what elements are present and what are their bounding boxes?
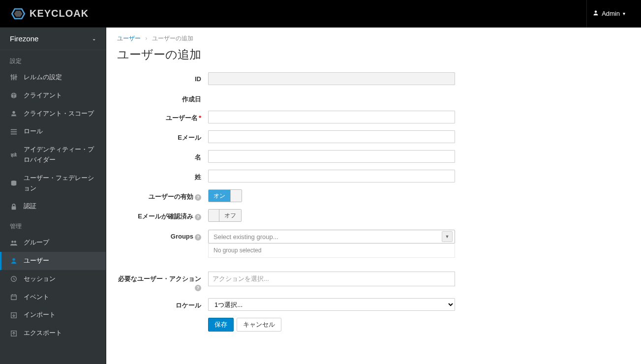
svg-rect-12: [11, 129, 17, 130]
realm-selector[interactable]: Firezone ⌄: [0, 28, 106, 50]
svg-rect-6: [10, 76, 13, 77]
users-icon: [10, 240, 18, 246]
input-required-actions[interactable]: アクションを選択...: [208, 272, 455, 286]
input-id: [208, 72, 455, 85]
label-user-enabled: ユーザーの有効?: [117, 189, 208, 201]
sidebar-item-authentication[interactable]: 認証: [0, 197, 106, 215]
label-username: ユーザー名*: [117, 111, 208, 122]
svg-rect-11: [11, 116, 17, 116]
user-icon: [10, 257, 18, 264]
sidebar: Firezone ⌄ 設定 レルムの設定 クライアント クライアント・スコープ …: [0, 28, 106, 364]
svg-point-17: [11, 241, 13, 243]
import-icon: [10, 312, 18, 319]
svg-rect-21: [11, 295, 17, 300]
label-last-name: 姓: [117, 170, 208, 182]
brand-text: KEYCLOAK: [30, 8, 89, 19]
sidebar-item-client-scopes[interactable]: クライアント・スコープ: [0, 105, 106, 123]
label-first-name: 名: [117, 150, 208, 162]
label-groups: Groups?: [117, 230, 208, 241]
svg-rect-7: [12, 78, 15, 79]
database-icon: [10, 180, 18, 187]
breadcrumb-current: ユーザーの追加: [152, 35, 193, 42]
lock-icon: [10, 203, 18, 210]
user-menu[interactable]: Admin ▾: [586, 0, 631, 28]
svg-rect-13: [11, 131, 17, 132]
topbar: KEYCLOAK Admin ▾: [0, 0, 641, 28]
svg-marker-1: [14, 10, 23, 17]
calendar-icon: [10, 294, 18, 301]
select-locale[interactable]: 1つ選択...: [208, 298, 455, 311]
help-icon[interactable]: ?: [195, 194, 201, 201]
stamp-icon: [10, 110, 18, 117]
save-button[interactable]: 保存: [208, 318, 234, 332]
exchange-icon: [10, 152, 18, 158]
sidebar-section-manage: 管理: [0, 215, 106, 234]
sidebar-item-identity-providers[interactable]: アイデンティティー・プロバイダー: [0, 141, 106, 169]
toggle-user-enabled[interactable]: オン: [208, 189, 242, 202]
label-locale: ロケール: [117, 298, 208, 310]
svg-point-18: [14, 241, 16, 243]
input-last-name[interactable]: [208, 170, 455, 182]
svg-rect-10: [12, 115, 16, 116]
sidebar-item-groups[interactable]: グループ: [0, 234, 106, 252]
cube-icon: [10, 92, 18, 99]
svg-point-2: [595, 11, 597, 13]
svg-point-19: [12, 258, 15, 261]
label-required-actions: 必要なユーザー・アクション?: [117, 272, 208, 291]
chevron-down-icon: ▾: [623, 11, 625, 16]
brand-logo[interactable]: KEYCLOAK: [10, 8, 89, 20]
main-content: ユーザー › ユーザーの追加 ユーザーの追加 ID 作成日 ユーザー名* Eメー…: [106, 28, 641, 364]
input-first-name[interactable]: [208, 150, 455, 163]
chevron-down-icon: ▼: [442, 231, 453, 242]
user-icon: [593, 10, 599, 17]
svg-point-9: [12, 111, 15, 114]
keycloak-hex-icon: [10, 8, 27, 20]
help-icon[interactable]: ?: [195, 214, 201, 220]
svg-rect-4: [13, 74, 14, 80]
sidebar-item-users[interactable]: ユーザー: [0, 252, 106, 270]
breadcrumb-root[interactable]: ユーザー: [117, 35, 141, 42]
label-email: Eメール: [117, 130, 208, 142]
select-groups[interactable]: Select existing group... ▼: [208, 230, 455, 243]
toggle-email-verified[interactable]: オフ: [208, 209, 242, 222]
label-created: 作成日: [117, 92, 208, 104]
label-id: ID: [117, 72, 208, 83]
svg-rect-14: [11, 133, 17, 134]
label-email-verified: Eメールが確認済み?: [117, 209, 208, 221]
help-icon[interactable]: ?: [195, 234, 201, 241]
chevron-down-icon: ⌄: [92, 36, 96, 41]
svg-rect-16: [12, 206, 16, 210]
sidebar-item-clients[interactable]: クライアント: [0, 87, 106, 105]
sidebar-section-configure: 設定: [0, 50, 106, 68]
sidebar-item-sessions[interactable]: セッション: [0, 270, 106, 288]
breadcrumb: ユーザー › ユーザーの追加: [117, 34, 630, 43]
clock-icon: [10, 275, 18, 282]
sidebar-item-import[interactable]: インポート: [0, 306, 106, 324]
list-icon: [10, 128, 18, 135]
cancel-button[interactable]: キャンセル: [237, 318, 281, 332]
input-email[interactable]: [208, 130, 455, 143]
export-icon: [10, 330, 18, 337]
svg-rect-8: [15, 77, 17, 78]
help-icon[interactable]: ?: [195, 285, 201, 291]
sliders-icon: [10, 74, 18, 81]
sidebar-item-user-federation[interactable]: ユーザー・フェデレーション: [0, 169, 106, 198]
page-title: ユーザーの追加: [117, 47, 630, 62]
input-username[interactable]: [208, 111, 455, 123]
svg-rect-3: [11, 74, 12, 80]
user-menu-label: Admin: [602, 10, 620, 17]
groups-status: No group selected: [208, 243, 455, 258]
sidebar-item-realm-settings[interactable]: レルムの設定: [0, 68, 106, 87]
sidebar-item-export[interactable]: エクスポート: [0, 324, 106, 342]
sidebar-item-roles[interactable]: ロール: [0, 122, 106, 141]
sidebar-item-events[interactable]: イベント: [0, 288, 106, 306]
realm-name: Firezone: [10, 34, 38, 43]
breadcrumb-separator: ›: [145, 35, 147, 42]
